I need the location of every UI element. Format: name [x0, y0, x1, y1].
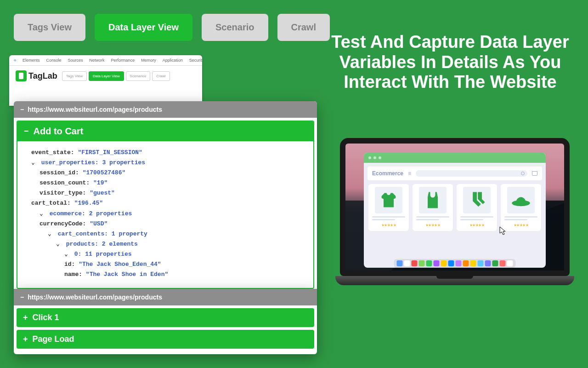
- dock-app-icon[interactable]: [412, 260, 418, 266]
- url-bar[interactable]: − https://www.websiteurl.com/pages/produ…: [14, 101, 317, 118]
- devtools-tab: Elements: [23, 58, 40, 63]
- marketing-headline: Test And Capture Data Layer Variables In…: [326, 32, 574, 92]
- dl-row[interactable]: ⌄ 0: 11 properties: [31, 249, 305, 259]
- rating-stars: ★★★★★: [425, 223, 441, 227]
- tank-top-icon: [423, 190, 443, 210]
- dl-row: currencyCode: "USD": [31, 219, 305, 229]
- collapse-icon[interactable]: −: [20, 293, 24, 301]
- browser-titlebar: [364, 153, 546, 163]
- product-card[interactable]: ★★★★★: [457, 184, 497, 231]
- product-image: [507, 187, 535, 213]
- product-card[interactable]: ★★★★★: [368, 184, 409, 231]
- devtools-mock: ⎆ Elements Console Sources Network Perfo…: [9, 55, 202, 106]
- hat-icon: [511, 190, 531, 210]
- chevron-down-icon[interactable]: ⌄: [64, 249, 71, 259]
- dl-row: event_state: "FIRST_IN_SESSION": [31, 148, 305, 158]
- url-text: https://www.websiteurl.com/pages/product…: [28, 106, 162, 113]
- macos-dock: [394, 259, 516, 268]
- taglab-logo-icon: [16, 70, 27, 81]
- dl-row[interactable]: ⌄ ecommerce: 2 properties: [31, 209, 305, 219]
- product-grid: ★★★★★ ★★★★★ ★★★★★: [364, 184, 546, 231]
- laptop-base: [335, 276, 574, 285]
- browser-mock: Ecommerce ≡ ★★★★★ ★★★: [364, 153, 546, 268]
- dock-app-icon[interactable]: [500, 260, 506, 266]
- tab-crawl[interactable]: Crawl: [277, 14, 330, 41]
- rating-stars: ★★★★★: [514, 223, 529, 227]
- tab-data-layer-view[interactable]: Data Layer View: [95, 14, 192, 41]
- hamburger-icon[interactable]: ≡: [408, 170, 411, 177]
- product-image: [419, 187, 447, 213]
- tab-scenario[interactable]: Scenario: [202, 14, 268, 41]
- laptop-mock: Ecommerce ≡ ★★★★★ ★★★: [335, 138, 574, 285]
- laptop-screen: Ecommerce ≡ ★★★★★ ★★★: [340, 138, 570, 276]
- dock-app-icon[interactable]: [463, 260, 469, 266]
- dock-app-icon[interactable]: [426, 260, 432, 266]
- collapse-icon[interactable]: −: [20, 106, 24, 113]
- rating-stars: ★★★★★: [469, 223, 485, 227]
- dock-app-icon[interactable]: [470, 260, 476, 266]
- devtools-tab: Network: [90, 58, 105, 63]
- dock-app-icon[interactable]: [478, 260, 484, 266]
- devtools-tab: Security: [189, 58, 202, 63]
- window-dot-icon: [373, 156, 376, 159]
- site-title: Ecommerce: [372, 170, 403, 177]
- event-title: Click 1: [33, 313, 59, 322]
- product-card[interactable]: ★★★★★: [501, 184, 541, 231]
- taglab-row: TagLab Tags View Data Layer View Scenari…: [9, 66, 202, 86]
- dl-row: id: "The Jack Shoe_Eden_44": [31, 259, 305, 270]
- dl-row[interactable]: ⌄ cart_contents: 1 property: [31, 229, 305, 239]
- dl-row[interactable]: ⌄ user_properties: 3 properties: [31, 158, 305, 168]
- event-header[interactable]: − Add to Cart: [17, 121, 313, 141]
- product-card[interactable]: ★★★★★: [413, 184, 453, 231]
- expand-icon[interactable]: +: [23, 334, 28, 344]
- devtools-tab: Memory: [141, 58, 156, 63]
- event-title: Page Load: [33, 334, 74, 344]
- dock-app-icon[interactable]: [485, 260, 491, 266]
- url-text: https://www.websiteurl.com/pages/product…: [28, 293, 162, 301]
- devtools-tab: Sources: [68, 58, 83, 63]
- event-section-add-to-cart: − Add to Cart event_state: "FIRST_IN_SES…: [17, 121, 314, 289]
- mini-tab-scenarios[interactable]: Scenarios: [126, 71, 151, 81]
- dock-app-icon[interactable]: [507, 260, 513, 266]
- devtools-icon: ⎆: [14, 58, 16, 63]
- tab-tags-view[interactable]: Tags View: [14, 14, 85, 41]
- dock-app-icon[interactable]: [492, 260, 498, 266]
- event-section-click[interactable]: + Click 1: [17, 308, 314, 327]
- expand-icon[interactable]: +: [23, 313, 28, 322]
- dock-app-icon[interactable]: [419, 260, 425, 266]
- dock-app-icon[interactable]: [404, 260, 410, 266]
- chevron-down-icon[interactable]: ⌄: [56, 239, 62, 249]
- dock-app-icon[interactable]: [397, 260, 403, 266]
- mini-tab-tags-view[interactable]: Tags View: [62, 71, 87, 81]
- url-bar[interactable]: − https://www.websiteurl.com/pages/produ…: [14, 289, 317, 305]
- chevron-down-icon[interactable]: ⌄: [48, 229, 54, 239]
- sweater-icon: [379, 190, 399, 210]
- site-header: Ecommerce ≡: [368, 167, 542, 180]
- cart-icon[interactable]: [532, 171, 537, 176]
- dock-app-icon[interactable]: [448, 260, 454, 266]
- product-image: [463, 187, 491, 213]
- event-section-page-load[interactable]: + Page Load: [17, 330, 314, 349]
- rating-stars: ★★★★★: [381, 223, 396, 227]
- dl-row: name: "The Jack Shoe in Eden": [31, 270, 305, 280]
- dl-row: visitor_type: "guest": [31, 188, 305, 198]
- window-dot-icon: [379, 156, 381, 159]
- dl-row: cart_total: "196.45": [31, 198, 305, 208]
- data-layer-panel: − https://www.websiteurl.com/pages/produ…: [14, 101, 317, 292]
- dock-app-icon[interactable]: [434, 260, 440, 266]
- dock-app-icon[interactable]: [456, 260, 462, 266]
- mini-tab-data-layer-view[interactable]: Data Layer View: [89, 71, 124, 81]
- taglab-brand: TagLab: [28, 71, 57, 81]
- taglab-logo: TagLab: [16, 70, 57, 81]
- mini-tab-crawl[interactable]: Crawl: [152, 71, 170, 81]
- mini-tabs: Tags View Data Layer View Scenarios Craw…: [62, 71, 170, 81]
- chevron-down-icon[interactable]: ⌄: [40, 209, 46, 219]
- chevron-down-icon[interactable]: ⌄: [31, 158, 38, 168]
- devtools-tab: Application: [163, 58, 183, 63]
- dl-row: session_count: "19": [31, 178, 305, 188]
- dock-app-icon[interactable]: [441, 260, 447, 266]
- dl-row[interactable]: ⌄ products: 2 elements: [31, 239, 305, 249]
- search-input[interactable]: [416, 170, 527, 177]
- collapse-icon[interactable]: −: [24, 126, 29, 136]
- devtools-tab: Performance: [111, 58, 135, 63]
